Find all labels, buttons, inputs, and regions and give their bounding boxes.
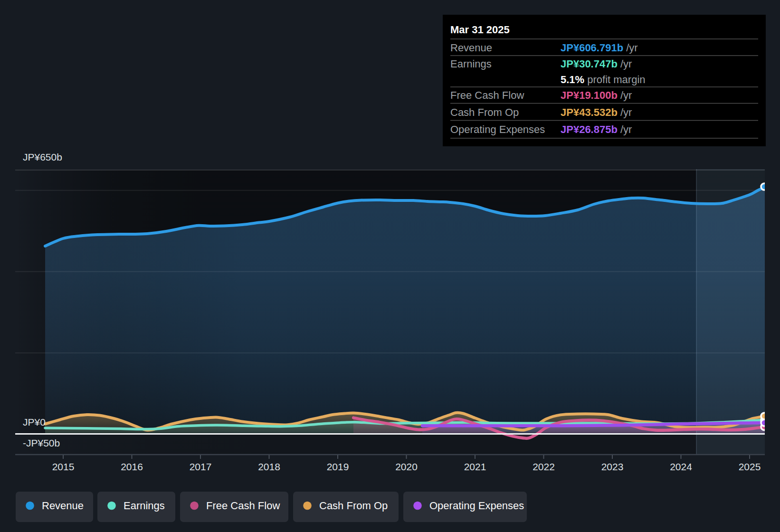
svg-text:2024: 2024 (670, 461, 692, 472)
svg-text:Cash From Op: Cash From Op (319, 500, 388, 512)
svg-text:JP¥606.791b /yr: JP¥606.791b /yr (561, 42, 638, 54)
svg-text:2016: 2016 (121, 461, 143, 472)
svg-text:JP¥19.100b /yr: JP¥19.100b /yr (561, 89, 632, 101)
svg-text:Free Cash Flow: Free Cash Flow (206, 500, 280, 512)
svg-text:JP¥26.875b /yr: JP¥26.875b /yr (561, 124, 632, 135)
svg-text:2017: 2017 (190, 461, 212, 472)
svg-text:5.1% profit margin: 5.1% profit margin (561, 74, 646, 86)
svg-text:JP¥43.532b /yr: JP¥43.532b /yr (561, 106, 632, 118)
svg-text:2015: 2015 (52, 461, 75, 472)
svg-text:2022: 2022 (533, 461, 555, 472)
svg-text:Revenue: Revenue (450, 42, 492, 54)
svg-text:JP¥650b: JP¥650b (23, 152, 62, 162)
svg-text:2018: 2018 (258, 461, 280, 472)
svg-text:2023: 2023 (601, 461, 624, 472)
svg-text:-JP¥50b: -JP¥50b (23, 437, 60, 448)
svg-text:2019: 2019 (327, 461, 349, 472)
svg-text:JP¥30.747b /yr: JP¥30.747b /yr (561, 58, 632, 70)
svg-text:Earnings: Earnings (450, 58, 492, 70)
svg-text:Earnings: Earnings (124, 500, 165, 512)
svg-text:Operating Expenses: Operating Expenses (450, 124, 545, 135)
svg-text:JP¥0: JP¥0 (23, 417, 46, 428)
svg-text:Free Cash Flow: Free Cash Flow (450, 89, 524, 101)
svg-text:Operating Expenses: Operating Expenses (429, 500, 524, 512)
svg-text:Mar 31 2025: Mar 31 2025 (450, 24, 510, 36)
svg-text:2021: 2021 (464, 461, 486, 472)
svg-text:Cash From Op: Cash From Op (450, 106, 519, 118)
svg-text:2025: 2025 (739, 461, 761, 472)
svg-text:2020: 2020 (395, 461, 418, 472)
svg-text:Revenue: Revenue (42, 500, 84, 512)
